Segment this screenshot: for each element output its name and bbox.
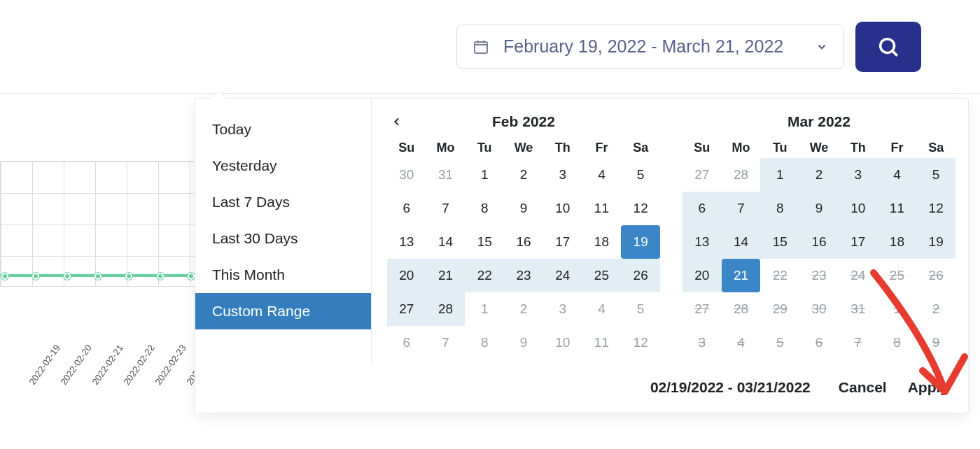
day-cell[interactable]: 14 <box>722 225 761 259</box>
day-cell[interactable]: 28 <box>426 292 465 326</box>
day-cell[interactable]: 14 <box>426 225 465 259</box>
day-cell[interactable]: 16 <box>799 225 839 259</box>
day-cell[interactable]: 12 <box>621 326 660 359</box>
day-cell[interactable]: 1 <box>465 158 504 192</box>
preset-last-7-days[interactable]: Last 7 Days <box>195 184 371 220</box>
day-cell[interactable]: 6 <box>682 192 722 225</box>
day-cell[interactable]: 8 <box>465 192 504 225</box>
date-range-input[interactable]: February 19, 2022 - March 21, 2022 <box>456 24 844 69</box>
day-cell[interactable]: 8 <box>465 326 504 359</box>
apply-button[interactable]: Apply <box>908 379 948 396</box>
day-cell[interactable]: 31 <box>426 158 465 192</box>
day-cell[interactable]: 12 <box>621 192 660 225</box>
x-tick: 2022-02-20 <box>58 343 93 387</box>
day-cell[interactable]: 1 <box>760 158 799 192</box>
day-cell: 28 <box>722 292 761 326</box>
day-cell: 27 <box>682 292 722 326</box>
day-cell[interactable]: 25 <box>582 259 622 292</box>
day-cell[interactable]: 3 <box>543 158 582 192</box>
day-cell[interactable]: 7 <box>722 192 761 225</box>
day-cell[interactable]: 27 <box>682 158 722 192</box>
day-cell[interactable]: 16 <box>504 225 543 259</box>
day-cell[interactable]: 26 <box>621 259 660 292</box>
day-cell[interactable]: 9 <box>504 192 543 225</box>
day-cell[interactable]: 13 <box>387 225 426 259</box>
day-cell[interactable]: 5 <box>916 158 955 192</box>
preset-custom-range[interactable]: Custom Range <box>195 293 371 329</box>
dow-cell: We <box>504 141 543 155</box>
day-cell[interactable]: 9 <box>799 192 839 225</box>
day-cell[interactable]: 22 <box>465 259 504 292</box>
search-button[interactable] <box>855 22 921 72</box>
day-cell[interactable]: 30 <box>387 158 426 192</box>
day-cell[interactable]: 20 <box>682 259 722 292</box>
day-cell[interactable]: 6 <box>387 326 426 359</box>
prev-month-button[interactable] <box>387 112 407 131</box>
day-cell[interactable]: 3 <box>839 158 878 192</box>
calendar-left: Feb 2022 SuMoTuWeThFrSa 3031123456789101… <box>387 111 660 359</box>
day-cell[interactable]: 10 <box>543 326 582 359</box>
day-cell[interactable]: 10 <box>839 192 878 225</box>
day-cell[interactable]: 20 <box>387 259 426 292</box>
day-cell[interactable]: 18 <box>878 225 917 259</box>
day-cell[interactable]: 17 <box>839 225 878 259</box>
day-cell[interactable]: 2 <box>799 158 839 192</box>
day-cell[interactable]: 11 <box>878 192 917 225</box>
day-cell: 1 <box>878 292 917 326</box>
preset-yesterday[interactable]: Yesterday <box>195 148 371 184</box>
day-cell: 29 <box>760 292 799 326</box>
day-cell[interactable]: 19 <box>621 225 660 259</box>
day-cell[interactable]: 4 <box>582 292 622 326</box>
day-cell: 9 <box>916 326 955 359</box>
day-cell[interactable]: 6 <box>387 192 426 225</box>
day-cell: 8 <box>878 326 917 359</box>
day-cell[interactable]: 21 <box>426 259 465 292</box>
dow-cell: Fr <box>878 141 917 155</box>
day-cell[interactable]: 18 <box>582 225 622 259</box>
day-cell[interactable]: 28 <box>722 158 761 192</box>
day-cell[interactable]: 23 <box>504 259 543 292</box>
day-cell[interactable]: 17 <box>543 225 582 259</box>
day-cell[interactable]: 2 <box>504 158 543 192</box>
day-cell[interactable]: 4 <box>582 158 622 192</box>
day-cell[interactable]: 7 <box>426 192 465 225</box>
preset-last-30-days[interactable]: Last 30 Days <box>195 220 371 257</box>
dow-cell: We <box>799 141 839 155</box>
day-cell[interactable]: 24 <box>543 259 582 292</box>
preset-today[interactable]: Today <box>195 111 371 148</box>
day-cell[interactable]: 21 <box>722 259 761 292</box>
day-cell[interactable]: 12 <box>916 192 955 225</box>
day-cell[interactable]: 2 <box>504 292 543 326</box>
day-cell[interactable]: 11 <box>582 192 622 225</box>
x-tick: 2022-02-22 <box>121 343 156 387</box>
day-cell: 23 <box>799 259 839 292</box>
day-cell[interactable]: 27 <box>387 292 426 326</box>
day-cell[interactable]: 4 <box>878 158 917 192</box>
day-cell: 22 <box>760 259 799 292</box>
day-cell[interactable]: 13 <box>682 225 722 259</box>
day-cell[interactable]: 5 <box>621 292 660 326</box>
day-cell[interactable]: 19 <box>916 225 955 259</box>
dow-row: SuMoTuWeThFrSa <box>387 141 660 155</box>
chevron-down-icon <box>816 41 828 53</box>
day-cell[interactable]: 15 <box>760 225 799 259</box>
dow-cell: Tu <box>465 141 504 155</box>
dow-cell: Su <box>387 141 426 155</box>
dow-cell: Tu <box>760 141 799 155</box>
day-cell[interactable]: 8 <box>760 192 799 225</box>
dow-cell: Sa <box>916 141 955 155</box>
day-cell[interactable]: 15 <box>465 225 504 259</box>
day-cell: 4 <box>722 326 761 359</box>
day-cell: 24 <box>839 259 878 292</box>
day-cell[interactable]: 9 <box>504 326 543 359</box>
day-cell[interactable]: 1 <box>465 292 504 326</box>
preset-this-month[interactable]: This Month <box>195 257 371 293</box>
day-cell[interactable]: 11 <box>582 326 622 359</box>
cancel-button[interactable]: Cancel <box>839 379 887 396</box>
day-cell[interactable]: 5 <box>621 158 660 192</box>
day-cell[interactable]: 7 <box>426 326 465 359</box>
day-cell[interactable]: 3 <box>543 292 582 326</box>
svg-rect-0 <box>475 42 487 53</box>
day-cell[interactable]: 10 <box>543 192 582 225</box>
svg-point-1 <box>881 38 895 52</box>
